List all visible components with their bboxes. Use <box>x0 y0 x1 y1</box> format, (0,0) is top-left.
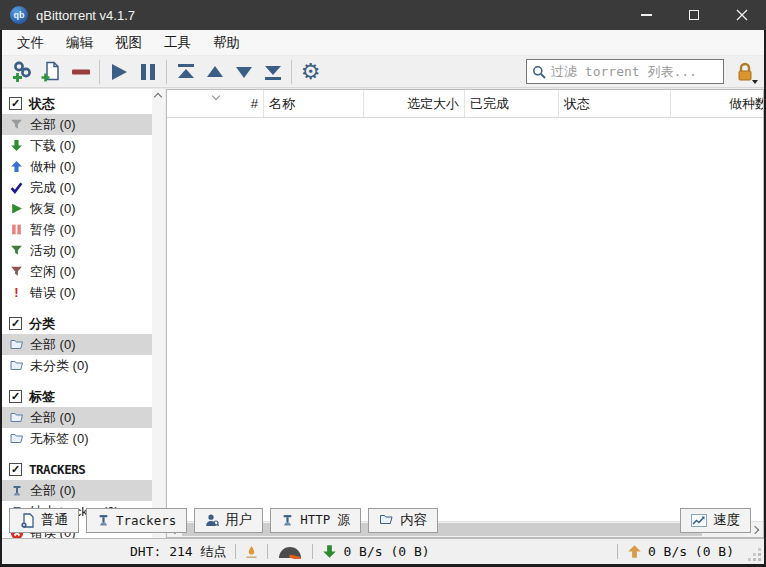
tracker-icon <box>97 514 110 527</box>
delete-torrent-button[interactable] <box>66 58 95 86</box>
menu-edit[interactable]: 编辑 <box>55 30 104 56</box>
menu-tools[interactable]: 工具 <box>153 30 202 56</box>
toolbar-separator <box>99 60 100 84</box>
title-bar: qb qBittorrent v4.1.7 <box>0 0 766 30</box>
tracker-icon <box>9 485 24 497</box>
trackers-section-header[interactable]: ✓ TRACKERS <box>2 459 152 480</box>
pause-button[interactable] <box>133 58 162 86</box>
sidebar-item-tracker-all[interactable]: 全部 (0) <box>2 480 152 501</box>
sidebar-item-status-downloading[interactable]: 下载 (0) <box>2 135 152 156</box>
column-header-name[interactable]: 名称 <box>264 90 364 117</box>
add-torrent-file-button[interactable] <box>37 58 66 86</box>
sidebar-item-status-inactive[interactable]: 空闲 (0) <box>2 261 152 282</box>
folder-icon <box>9 360 24 372</box>
pause-icon <box>139 62 157 82</box>
toolbar-separator <box>166 60 167 84</box>
torrent-table: # 名称 选定大小 已完成 状态 做种数 <box>166 89 764 538</box>
download-arrow-icon <box>9 139 24 152</box>
priority-top-icon <box>176 63 196 81</box>
menu-help[interactable]: 帮助 <box>202 30 251 56</box>
funnel-gray-icon <box>9 118 24 131</box>
column-header-status[interactable]: 状态 <box>559 90 671 117</box>
move-top-button[interactable] <box>171 58 200 86</box>
sidebar-item-tag-all[interactable]: 全部 (0) <box>2 407 152 428</box>
sidebar-item-status-completed[interactable]: 完成 (0) <box>2 177 152 198</box>
column-header-seeds[interactable]: 做种数 <box>671 90 763 117</box>
resume-button[interactable] <box>104 58 133 86</box>
upload-arrow-icon <box>9 160 24 173</box>
move-up-button[interactable] <box>200 58 229 86</box>
sidebar-item-status-resumed[interactable]: 恢复 (0) <box>2 198 152 219</box>
download-speed-value: 0 B/s (0 B) <box>343 544 429 559</box>
menu-bar: 文件 编辑 视图 工具 帮助 <box>2 30 764 56</box>
filter-sidebar: ✓ 状态 全部 (0) 下载 (0) 做种 (0) 完成 (0) 恢复 ( <box>2 89 165 538</box>
sidebar-item-status-paused[interactable]: 暂停 (0) <box>2 219 152 240</box>
status-checkbox[interactable]: ✓ <box>9 97 22 110</box>
tab-http-sources[interactable]: HTTP 源 <box>270 508 361 533</box>
sidebar-item-tag-untagged[interactable]: 无标签 (0) <box>2 428 152 449</box>
general-doc-gear-icon <box>20 513 35 528</box>
tab-peers[interactable]: 用户 <box>194 508 263 533</box>
status-section-header[interactable]: ✓ 状态 <box>2 93 152 114</box>
maximize-icon <box>689 10 699 20</box>
menu-file[interactable]: 文件 <box>6 30 55 56</box>
tab-trackers[interactable]: Trackers <box>86 508 187 533</box>
sidebar-item-category-all[interactable]: 全部 (0) <box>2 334 152 355</box>
delete-icon <box>71 68 91 76</box>
upload-speed-icon <box>627 544 642 559</box>
scroll-up-icon[interactable] <box>154 93 162 101</box>
options-button[interactable]: ⚙ <box>296 58 325 86</box>
categories-section-header[interactable]: ✓ 分类 <box>2 313 152 334</box>
trackers-checkbox[interactable]: ✓ <box>9 463 22 476</box>
status-bar: DHT: 214 结点 0 B/s (0 B) 0 B/s (0 B) <box>2 538 764 564</box>
sidebar-item-status-errored[interactable]: ! 错误 (0) <box>2 282 152 303</box>
move-bottom-button[interactable] <box>258 58 287 86</box>
torrent-filter-search[interactable] <box>526 59 724 84</box>
folder-icon <box>9 339 24 351</box>
priority-bottom-icon <box>263 63 283 81</box>
status-section-label: 状态 <box>29 95 55 113</box>
play-icon <box>9 202 24 215</box>
http-source-icon <box>281 514 294 527</box>
resume-icon <box>109 62 129 82</box>
detail-tabs: 普通 Trackers 用户 HTTP 源 内容 速 <box>2 502 764 538</box>
maximize-button[interactable] <box>670 0 718 30</box>
resize-grip[interactable] <box>758 558 761 561</box>
close-button[interactable] <box>718 0 766 30</box>
sidebar-item-category-uncategorized[interactable]: 未分类 (0) <box>2 355 152 376</box>
window-title: qBittorrent v4.1.7 <box>36 8 135 23</box>
sidebar-item-status-active[interactable]: 活动 (0) <box>2 240 152 261</box>
table-header: # 名称 选定大小 已完成 状态 做种数 <box>167 90 763 118</box>
sidebar-item-status-all[interactable]: 全部 (0) <box>2 114 152 135</box>
main-content: ✓ 状态 全部 (0) 下载 (0) 做种 (0) 完成 (0) 恢复 ( <box>2 89 764 538</box>
tags-section-header[interactable]: ✓ 标签 <box>2 386 152 407</box>
tab-content[interactable]: 内容 <box>368 508 438 533</box>
connection-status-icon[interactable] <box>245 545 258 559</box>
sidebar-item-status-seeding[interactable]: 做种 (0) <box>2 156 152 177</box>
window-controls <box>622 0 766 30</box>
sidebar-scrollbar[interactable] <box>152 89 165 538</box>
tab-general[interactable]: 普通 <box>9 508 79 533</box>
folder-icon <box>9 433 24 445</box>
tab-speed[interactable]: 速度 <box>680 508 751 533</box>
menu-view[interactable]: 视图 <box>104 30 153 56</box>
priority-up-icon <box>205 65 225 79</box>
filter-input[interactable] <box>551 64 718 79</box>
lock-button[interactable] <box>732 59 758 85</box>
tags-checkbox[interactable]: ✓ <box>9 390 22 403</box>
funnel-brown-icon <box>9 265 24 278</box>
categories-checkbox[interactable]: ✓ <box>9 317 22 330</box>
lock-dropdown-caret <box>752 80 758 84</box>
add-torrent-link-button[interactable] <box>8 58 37 86</box>
search-icon <box>532 65 546 79</box>
move-down-button[interactable] <box>229 58 258 86</box>
tags-section-label: 标签 <box>29 388 55 406</box>
http-label: HTTP 源 <box>300 512 350 527</box>
speed-limits-gauge-icon[interactable] <box>277 545 303 559</box>
column-header-done[interactable]: 已完成 <box>465 90 559 117</box>
app-logo-icon: qb <box>10 6 28 24</box>
trackers-section-label: TRACKERS <box>29 462 85 477</box>
column-header-size[interactable]: 选定大小 <box>364 90 465 117</box>
add-link-icon <box>11 60 34 83</box>
minimize-button[interactable] <box>622 0 670 30</box>
